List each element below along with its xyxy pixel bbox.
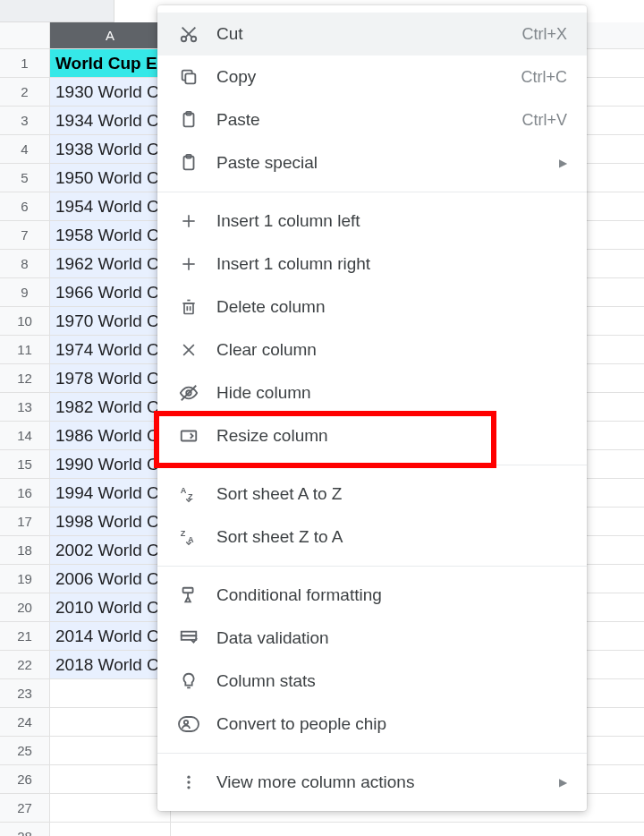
menu-label: Delete column — [216, 297, 567, 317]
cell[interactable] — [50, 823, 171, 836]
cell[interactable]: 1978 World Cup — [50, 364, 171, 393]
cell[interactable]: 1970 World Cup — [50, 307, 171, 336]
row-header[interactable]: 1 — [0, 49, 50, 78]
row-rest[interactable] — [171, 823, 644, 836]
menu-column-stats[interactable]: Column stats — [157, 660, 587, 703]
row-header[interactable]: 16 — [0, 479, 50, 508]
menu-delete-column[interactable]: Delete column — [157, 286, 587, 328]
menu-people-chip[interactable]: Convert to people chip — [157, 703, 587, 746]
cell[interactable]: 2014 World Cup — [50, 622, 171, 651]
hide-icon — [177, 381, 200, 405]
menu-shortcut: Ctrl+V — [521, 111, 567, 130]
menu-cut[interactable]: Cut Ctrl+X — [157, 13, 587, 55]
row-header[interactable]: 25 — [0, 737, 50, 765]
cell[interactable]: 1994 World Cup — [50, 479, 171, 508]
row-header[interactable]: 8 — [0, 250, 50, 278]
cell[interactable] — [50, 708, 171, 737]
cell[interactable]: 1982 World Cup — [50, 393, 171, 422]
menu-data-validation[interactable]: Data validation — [157, 617, 587, 660]
cell[interactable] — [50, 679, 171, 708]
cell[interactable]: 2010 World Cup — [50, 593, 171, 622]
svg-rect-29 — [179, 717, 199, 731]
menu-label: Resize column — [216, 426, 567, 446]
cell[interactable] — [50, 794, 171, 823]
cell[interactable]: 1986 World Cup — [50, 422, 171, 450]
menu-paste-special[interactable]: Paste special ▶ — [157, 141, 587, 184]
menu-more-actions[interactable]: View more column actions ▶ — [157, 761, 587, 804]
row-header[interactable]: 20 — [0, 593, 50, 622]
menu-copy[interactable]: Copy Ctrl+C — [157, 55, 587, 98]
row-header[interactable]: 5 — [0, 164, 50, 192]
menu-insert-left[interactable]: Insert 1 column left — [157, 200, 587, 243]
row-header[interactable]: 19 — [0, 565, 50, 593]
cell[interactable]: 1938 World Cup — [50, 135, 171, 164]
menu-label: View more column actions — [216, 772, 559, 792]
menu-separator — [157, 465, 587, 465]
menu-hide-column[interactable]: Hide column — [157, 371, 587, 414]
svg-point-30 — [184, 721, 188, 724]
corner-cell[interactable] — [0, 22, 50, 49]
menu-insert-right[interactable]: Insert 1 column right — [157, 243, 587, 286]
svg-text:Z: Z — [181, 529, 186, 538]
column-header-a[interactable]: A — [50, 22, 171, 49]
svg-point-31 — [187, 776, 190, 779]
cell[interactable]: 1990 World Cup — [50, 450, 171, 479]
menu-sort-az[interactable]: AZ Sort sheet A to Z — [157, 473, 587, 516]
row-header[interactable]: 24 — [0, 708, 50, 737]
cell[interactable]: 1934 World Cup — [50, 107, 171, 135]
cell[interactable] — [50, 765, 171, 794]
col-a: A World Cup Edition1930 World Cup1934 Wo… — [50, 22, 171, 836]
cell[interactable]: 2018 World Cup — [50, 651, 171, 679]
row-header[interactable]: 21 — [0, 622, 50, 651]
cell[interactable]: 1974 World Cup — [50, 336, 171, 364]
row-header[interactable]: 2 — [0, 78, 50, 107]
row-header[interactable]: 18 — [0, 536, 50, 565]
cell[interactable]: 2002 World Cup — [50, 536, 171, 565]
row-header[interactable]: 26 — [0, 765, 50, 794]
menu-conditional-formatting[interactable]: Conditional formatting — [157, 574, 587, 617]
menu-sort-za[interactable]: ZA Sort sheet Z to A — [157, 516, 587, 559]
row-header[interactable]: 17 — [0, 508, 50, 536]
menu-label: Sort sheet Z to A — [216, 527, 567, 547]
row-header[interactable]: 15 — [0, 450, 50, 479]
cell[interactable]: 1998 World Cup — [50, 508, 171, 536]
paste-special-icon — [177, 151, 200, 175]
row-header[interactable]: 14 — [0, 422, 50, 450]
row-header[interactable]: 11 — [0, 336, 50, 364]
cell[interactable] — [50, 737, 171, 765]
row-header[interactable]: 23 — [0, 679, 50, 708]
chevron-right-icon: ▶ — [559, 157, 567, 169]
cell[interactable]: 2006 World Cup — [50, 565, 171, 593]
row-header[interactable]: 6 — [0, 192, 50, 221]
row-header[interactable]: 9 — [0, 278, 50, 307]
svg-rect-25 — [183, 588, 193, 593]
menu-paste[interactable]: Paste Ctrl+V — [157, 98, 587, 141]
cell[interactable]: 1950 World Cup — [50, 164, 171, 192]
cell[interactable]: 1958 World Cup — [50, 221, 171, 250]
cell[interactable]: 1930 World Cup — [50, 78, 171, 107]
menu-separator — [157, 192, 587, 192]
row-header[interactable]: 27 — [0, 794, 50, 823]
toolbar-area — [0, 0, 114, 22]
row-header[interactable]: 28 — [0, 823, 50, 836]
cell[interactable]: 1966 World Cup — [50, 278, 171, 307]
row-header[interactable]: 10 — [0, 307, 50, 336]
row-header[interactable]: 13 — [0, 393, 50, 422]
row-header[interactable]: 4 — [0, 135, 50, 164]
sort-az-icon: AZ — [177, 482, 200, 506]
menu-resize-column[interactable]: Resize column — [157, 414, 587, 457]
menu-separator — [157, 566, 587, 567]
menu-label: Data validation — [216, 628, 567, 648]
menu-clear-column[interactable]: Clear column — [157, 328, 587, 371]
cell[interactable]: 1962 World Cup — [50, 250, 171, 278]
row-header[interactable]: 22 — [0, 651, 50, 679]
row-header[interactable]: 12 — [0, 364, 50, 393]
row-header[interactable]: 7 — [0, 221, 50, 250]
svg-point-1 — [191, 37, 197, 42]
plus-icon — [177, 252, 200, 276]
cell[interactable]: 1954 World Cup — [50, 192, 171, 221]
row-header[interactable]: 3 — [0, 107, 50, 135]
paste-icon — [177, 108, 200, 132]
more-vertical-icon — [177, 771, 200, 794]
cell[interactable]: World Cup Edition — [50, 49, 171, 78]
